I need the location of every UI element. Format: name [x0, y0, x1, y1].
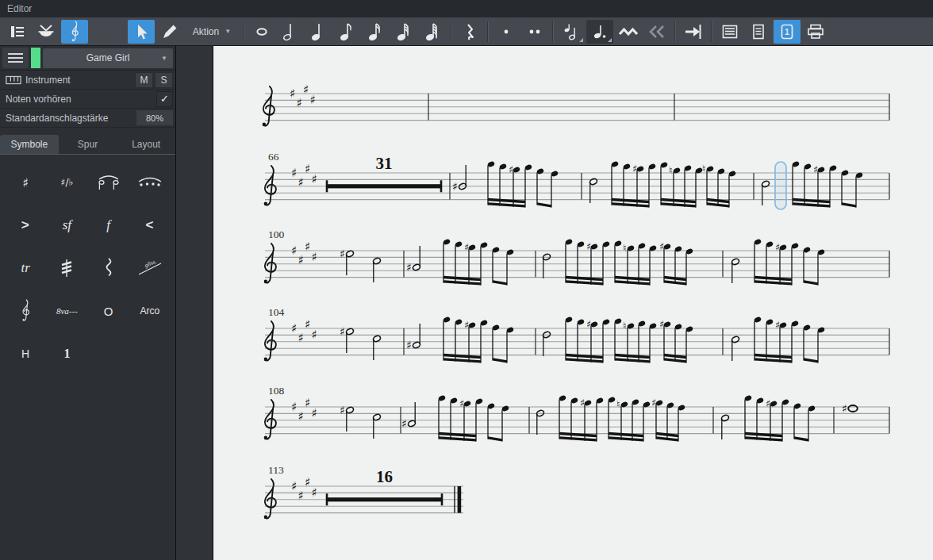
grace-note-button[interactable] [558, 20, 585, 44]
note-half-button[interactable] [277, 20, 304, 44]
svg-text:♯: ♯ [632, 163, 637, 175]
rest-button[interactable] [456, 20, 483, 44]
palette-crescendo-symbol[interactable]: < [129, 204, 171, 247]
palette-label: sf [63, 217, 71, 233]
note-preview-checkbox[interactable]: ✓ [156, 91, 173, 107]
svg-text:♯: ♯ [464, 319, 469, 331]
svg-text:♯: ♯ [340, 404, 345, 416]
event-list-icon [8, 22, 27, 41]
palette-forte-symbol[interactable]: f [88, 204, 129, 247]
list-edit-button[interactable] [716, 20, 743, 44]
svg-text:♯: ♯ [310, 93, 316, 107]
event-list-button[interactable] [4, 20, 31, 44]
svg-text:♯: ♯ [464, 241, 469, 253]
menu-button[interactable] [2, 48, 29, 68]
action-menu[interactable]: Aktion▼ [186, 20, 238, 44]
measure-number: 66 [268, 151, 279, 163]
clef-symbol-icon [21, 299, 31, 323]
svg-text:♯: ♯ [775, 241, 780, 253]
velocity-value[interactable]: 80% [136, 110, 173, 125]
clef-icon [70, 21, 80, 43]
tab-symbole[interactable]: Symbole [0, 135, 59, 154]
palette-arco-symbol[interactable]: Arco [129, 290, 171, 332]
goto-end-button[interactable] [680, 20, 707, 44]
note-thirtysecond-button[interactable] [391, 20, 418, 44]
track-selector[interactable]: Game Girl ▼ [43, 48, 173, 68]
svg-text:♯: ♯ [659, 240, 664, 252]
note-sixteenth-button[interactable] [363, 20, 390, 44]
instrument-label: Instrument [25, 75, 71, 86]
svg-text:♯: ♯ [586, 240, 591, 252]
note-quarter-button[interactable] [305, 20, 332, 44]
svg-text:♯: ♯ [291, 479, 297, 493]
palette-h-chord-symbol[interactable]: H [5, 332, 46, 375]
double-dot-button[interactable] [521, 20, 548, 44]
palette-tremolo-symbol[interactable] [46, 247, 87, 290]
palette-enharmonic-shift-symbol[interactable]: ♯/♭ [46, 161, 87, 204]
palette-sforzando-symbol[interactable]: sf [46, 204, 87, 247]
tab-spur[interactable]: Spur [59, 135, 117, 154]
palette-accent-symbol[interactable]: > [5, 204, 46, 247]
svg-text:♯: ♯ [340, 247, 345, 260]
score-canvas[interactable]: ♯♯♯♯66 ♯♯♯♯31♯♯♯♮♮♯100 ♯♯♯♯♯♯♯♯♮♯♯104 ♯♯… [213, 46, 933, 560]
palette-arpeggio-symbol[interactable] [88, 247, 129, 290]
palette-label: > [21, 217, 30, 233]
nav-left-button[interactable] [643, 20, 670, 44]
svg-text:♯: ♯ [305, 317, 310, 332]
palette-label: < [145, 217, 154, 233]
palette-tie-symbol[interactable] [88, 161, 129, 204]
note-whole-button[interactable] [248, 20, 275, 44]
note-32-icon [395, 21, 414, 42]
palette-label: H [21, 347, 29, 360]
note-eighth-button[interactable] [334, 20, 361, 44]
drum-icon [36, 22, 56, 41]
mute-button[interactable]: M [135, 72, 153, 88]
palette-slur-symbol[interactable] [129, 161, 171, 204]
print-button[interactable] [802, 20, 829, 44]
pencil-icon [160, 22, 179, 41]
tremolo-symbol-icon [56, 258, 77, 278]
palette-harmonic-symbol[interactable]: O [88, 290, 129, 332]
track-color-strip [31, 48, 40, 68]
select-tool-button[interactable] [128, 20, 155, 44]
svg-text:♯: ♯ [291, 166, 297, 180]
palette-label: Arco [140, 305, 160, 316]
toolbar-separator [451, 21, 452, 42]
palette-glissando-symbol[interactable]: gliss. [129, 247, 171, 290]
multirest-count: 31 [376, 154, 393, 173]
svg-text:♯: ♯ [401, 417, 407, 430]
palette-sharp-symbol[interactable]: ♯ [5, 161, 46, 204]
note-sixtyfourth-button[interactable] [420, 20, 447, 44]
svg-text:♯: ♯ [813, 163, 818, 175]
dot-button[interactable] [493, 20, 520, 44]
svg-text:♯: ♯ [586, 318, 591, 330]
dot-icon [497, 22, 516, 41]
draw-tool-button[interactable] [156, 20, 183, 44]
drum-editor-button[interactable] [33, 20, 60, 44]
solo-button[interactable]: S [155, 72, 173, 88]
palette-label: 1 [63, 347, 70, 361]
display-quantize-button[interactable] [615, 20, 642, 44]
palette-label: 8va--- [56, 306, 78, 316]
toolbar: Aktion▼1 [0, 17, 933, 46]
svg-text:♯: ♯ [406, 261, 412, 274]
tab-layout[interactable]: Layout [117, 135, 175, 154]
palette-clef-symbol[interactable] [5, 290, 46, 332]
page-mode-button[interactable] [745, 20, 772, 44]
dotted-note-button[interactable] [586, 20, 613, 44]
page-indicator-button[interactable]: 1 [774, 20, 801, 44]
glissando-icon: gliss. [136, 258, 164, 278]
palette-trill-symbol[interactable]: tr [5, 247, 46, 290]
svg-text:♯: ♯ [775, 319, 780, 331]
svg-text:gliss.: gliss. [144, 258, 158, 269]
corner-dropdown-icon [579, 38, 583, 42]
score-editor-button[interactable] [61, 20, 88, 44]
svg-text:♯: ♯ [651, 397, 656, 408]
measure-number: 104 [268, 306, 285, 318]
multirest-count: 16 [376, 467, 393, 486]
svg-text:♯: ♯ [305, 475, 310, 489]
piano-icon [6, 75, 21, 86]
palette-octave-symbol[interactable]: 8va--- [46, 290, 87, 332]
svg-text:♯: ♯ [312, 485, 317, 500]
palette-one-chord-symbol[interactable]: 1 [46, 332, 87, 375]
